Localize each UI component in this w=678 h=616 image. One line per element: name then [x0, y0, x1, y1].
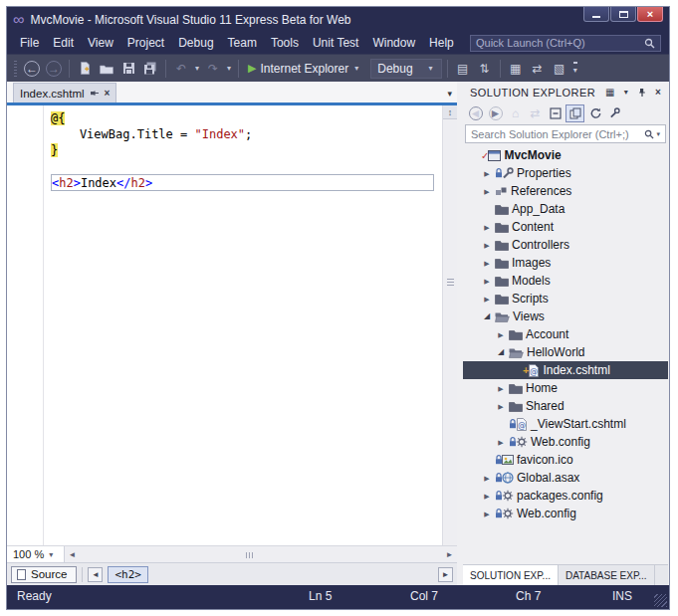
tree-item-index-cshtml[interactable]: +@Index.cshtml	[463, 361, 668, 379]
zoom-control[interactable]: 100 % ▾	[7, 546, 65, 562]
tree-item-home[interactable]: ▶Home	[463, 379, 668, 397]
document-tab[interactable]: Index.cshtml ×	[13, 83, 116, 103]
se-options-icon[interactable]: ▦	[602, 87, 618, 98]
tree-expander-icon[interactable]: ◢	[482, 312, 492, 320]
menu-unit-test[interactable]: Unit Test	[306, 34, 365, 52]
tree-item-content[interactable]: ▶Content	[463, 218, 668, 236]
navigate-forward-button[interactable]: →	[44, 58, 64, 80]
menu-team[interactable]: Team	[221, 34, 264, 52]
tree-expander-icon[interactable]: ▶	[482, 511, 492, 517]
window-resize-grip[interactable]	[654, 594, 667, 607]
tree-item-properties[interactable]: ▶Properties	[463, 164, 668, 182]
tree-item-images[interactable]: ▶Images	[463, 254, 668, 272]
start-debugging-button[interactable]: ▶Internet Explorer▾	[244, 58, 364, 80]
source-view-button[interactable]: Source	[11, 566, 77, 583]
tree-expander-icon[interactable]: ▶	[482, 242, 492, 249]
save-button[interactable]	[118, 58, 138, 80]
undo-button[interactable]: ↶	[171, 58, 191, 80]
tab-close-icon[interactable]: ×	[105, 88, 111, 99]
tree-expander-icon[interactable]: ▶	[482, 296, 492, 303]
tree-expander-icon[interactable]: ▶	[496, 385, 506, 392]
chevron-down-icon[interactable]: ▾	[656, 130, 660, 138]
tree-item-packages-config[interactable]: ▶packages.config	[463, 487, 668, 505]
horizontal-scrollbar[interactable]	[80, 546, 442, 562]
tree-expander-icon[interactable]: ▶	[482, 493, 492, 500]
tree-expander-icon[interactable]: ▶	[496, 439, 506, 446]
tree-item-app-data[interactable]: App_Data	[463, 200, 668, 218]
code-line-5[interactable]: <h2>Index</h2>	[51, 174, 434, 191]
se-refresh-button[interactable]	[585, 104, 604, 122]
scroll-left-arrow[interactable]: ◄	[65, 550, 80, 559]
tree-item-web-config[interactable]: ▶Web.config	[463, 505, 668, 522]
menu-view[interactable]: View	[81, 34, 120, 52]
tree-item-web-config[interactable]: ▶Web.config	[463, 433, 668, 451]
editor-splitter-handle[interactable]: ↕	[443, 105, 457, 119]
panel-tab-solution-exp[interactable]: SOLUTION EXP...	[463, 565, 559, 585]
maximize-button[interactable]	[610, 7, 636, 22]
solution-configurations-dropdown[interactable]: Debug▾	[370, 59, 441, 79]
tree-item-favicon-ico[interactable]: favicon.ico	[463, 451, 668, 469]
code-line-2[interactable]: ViewBag.Title = "Index";	[51, 126, 436, 142]
tree-item-helloworld[interactable]: ◢HelloWorld	[463, 343, 668, 361]
tree-item-account[interactable]: ▶Account	[463, 325, 668, 343]
se-properties-button[interactable]	[605, 104, 624, 122]
se-navigate-forward-button[interactable]: ►	[486, 104, 505, 122]
tree-item-mvcmovie[interactable]: ✓MvcMovie	[463, 146, 668, 164]
se-close-icon[interactable]: ×	[650, 87, 666, 98]
se-collapse-all-button[interactable]	[546, 104, 565, 122]
tree-item-scripts[interactable]: ▶Scripts	[463, 290, 668, 308]
toolbar-extra-button-2[interactable]: ⇅	[475, 58, 495, 80]
solution-explorer-search-input[interactable]: Search Solution Explorer (Ctrl+;) ▾	[465, 124, 666, 143]
code-editor[interactable]: @{ ViewBag.Title = "Index";} <h2>Index</…	[7, 105, 442, 545]
redo-button[interactable]: ↷	[203, 58, 223, 80]
menu-project[interactable]: Project	[120, 34, 171, 52]
code-line-1[interactable]: @{	[51, 110, 436, 126]
code-line-3[interactable]: }	[51, 142, 436, 158]
tree-expander-icon[interactable]: ▶	[482, 188, 492, 195]
tree-expander-icon[interactable]: ◢	[496, 348, 506, 356]
menu-help[interactable]: Help	[422, 34, 461, 52]
tree-item-references[interactable]: ▶References	[463, 182, 668, 200]
panel-tab-database-exp[interactable]: DATABASE EXP...	[559, 565, 655, 585]
tree-expander-icon[interactable]: ▶	[482, 224, 492, 231]
menu-edit[interactable]: Edit	[46, 34, 81, 52]
tree-expander-icon[interactable]: ▶	[482, 260, 492, 267]
vertical-scrollbar[interactable]: ↕	[442, 105, 457, 545]
solution-explorer-header[interactable]: SOLUTION EXPLORER ▦ ▾ ×	[463, 82, 668, 103]
tree-expander-icon[interactable]: ▶	[482, 170, 492, 177]
se-home-button[interactable]: ⌂	[506, 104, 525, 122]
new-item-button[interactable]	[75, 58, 95, 80]
tag-breadcrumb-h2[interactable]: <h2>	[108, 566, 148, 583]
toolbar-extra-button-3[interactable]: ▦	[506, 58, 526, 80]
tree-item-shared[interactable]: ▶Shared	[463, 397, 668, 415]
document-list-chevron-icon[interactable]: ▾	[447, 89, 452, 99]
tree-expander-icon[interactable]: ▶	[496, 403, 506, 410]
open-file-button[interactable]	[97, 58, 116, 80]
tree-expander-icon[interactable]: ▶	[482, 278, 492, 285]
toolbar-extra-button-4[interactable]: ⇄	[528, 58, 548, 80]
menu-window[interactable]: Window	[365, 34, 422, 52]
tree-item-global-asax[interactable]: ▶Global.asax	[463, 469, 668, 487]
tree-item-viewstart-cshtml[interactable]: @_ViewStart.cshtml	[463, 415, 668, 433]
toolbar-grip[interactable]	[14, 61, 17, 77]
tree-item-controllers[interactable]: ▶Controllers	[463, 236, 668, 254]
se-show-all-files-button[interactable]	[565, 104, 584, 122]
tree-expander-icon[interactable]: ▶	[482, 475, 492, 482]
se-pin-icon[interactable]	[634, 88, 650, 98]
se-sync-button[interactable]: ⇄	[526, 104, 545, 122]
tag-nav-left-arrow[interactable]: ◄	[88, 567, 103, 582]
navigate-back-button[interactable]: ←	[22, 58, 42, 80]
menu-tools[interactable]: Tools	[264, 34, 306, 52]
save-all-button[interactable]	[140, 58, 160, 80]
close-button[interactable]: ×	[637, 7, 663, 22]
quick-launch-input[interactable]: Quick Launch (Ctrl+Q)	[470, 35, 661, 52]
code-line-4[interactable]	[51, 158, 436, 174]
tree-expander-icon[interactable]: ▶	[496, 331, 506, 338]
minimize-button[interactable]	[583, 7, 609, 22]
toolbar-extra-button-1[interactable]: ▤	[453, 58, 473, 80]
se-chevron-down-icon[interactable]: ▾	[618, 88, 634, 97]
toolbar-extra-button-5[interactable]: ▧	[550, 58, 569, 80]
chevron-down-icon[interactable]: ▾	[352, 64, 360, 73]
se-navigate-back-button[interactable]: ◄	[466, 104, 485, 122]
titlebar[interactable]: ∞ MvcMovie - Microsoft Visual Studio 11 …	[7, 7, 669, 32]
